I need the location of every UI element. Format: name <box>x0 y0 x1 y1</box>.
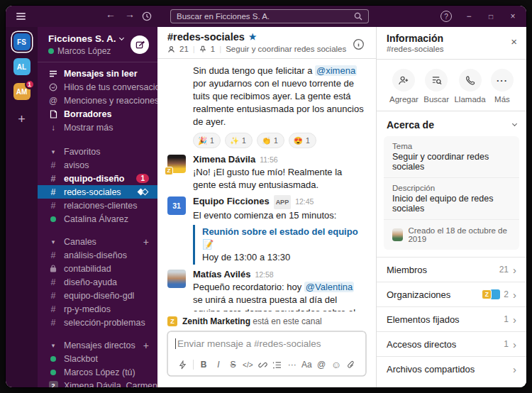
author-name[interactable]: Equipo Ficciones <box>193 195 270 208</box>
member-count[interactable]: 21 <box>179 45 189 53</box>
menu-icon[interactable] <box>16 13 26 21</box>
channel-seleccion-problemas[interactable]: # selección-problemas <box>38 316 157 329</box>
channel-rp-y-medios[interactable]: # rp-y-medios <box>38 302 157 316</box>
more-formatting-button[interactable]: ··· <box>284 359 299 370</box>
dm-marcos-lopez[interactable]: Marcos López (tú) <box>38 365 157 379</box>
section-header-favoritos[interactable]: ▾ Favoritos <box>38 145 157 158</box>
main-content: #redes-sociales ★ 21 | 1 | Seguir y coor… <box>157 27 376 387</box>
reaction-heart-eyes[interactable]: 😍1 <box>289 133 316 148</box>
about-section-toggle[interactable]: Acerca de <box>377 111 526 136</box>
person-add-icon <box>392 69 415 92</box>
workspace-switcher-am[interactable]: AM 1 <box>13 83 31 100</box>
add-people-button[interactable]: Agregar <box>389 69 419 104</box>
search-in-channel-button[interactable]: Buscar <box>423 69 449 104</box>
pin-count[interactable]: 1 <box>211 45 215 53</box>
channel-redes-sociales[interactable]: # redes-sociales <box>38 185 157 199</box>
mention-valentina[interactable]: @Valentina <box>304 282 354 292</box>
channel-topic[interactable]: Seguir y coordinar redes sociales <box>226 45 346 53</box>
info-icon[interactable] <box>353 38 365 50</box>
topic-section[interactable]: Tema Seguir y coordinar redes sociales <box>384 136 519 178</box>
section-header-canales[interactable]: ▾ Canales + <box>38 235 157 248</box>
emoji-button[interactable]: ☺ <box>329 359 344 370</box>
channel-analisis-disenos[interactable]: # análisis-diseños <box>38 248 157 262</box>
unreads-icon <box>48 70 58 77</box>
dm-catalina-alvarez[interactable]: Catalina Álvarez <box>38 212 157 226</box>
history-back-button[interactable]: ← <box>104 9 118 20</box>
timestamp[interactable]: 12:58 <box>255 268 273 281</box>
link-button[interactable] <box>255 359 270 370</box>
timestamp[interactable]: 11:56 <box>260 153 278 166</box>
strikethrough-button[interactable]: S <box>226 359 240 370</box>
reaction-sparkles[interactable]: ✨1 <box>225 133 253 148</box>
channel-header: #redes-sociales ★ 21 | 1 | Seguir y coor… <box>157 27 376 59</box>
panel-row-miembros[interactable]: Miembros 21 › <box>377 257 526 282</box>
avatar[interactable]: Z <box>167 155 186 173</box>
message-text: ¡No! ¡El gusto fue mío! Realmente la gen… <box>193 166 366 192</box>
author-name[interactable]: Ximena Dávila <box>193 153 255 166</box>
channel-diseno-ayuda[interactable]: # diseño-ayuda <box>38 275 157 289</box>
channel-equipo-diseno-gdl[interactable]: # equipo-diseño-gdl <box>38 289 157 302</box>
section-header-mensajes-directos[interactable]: ▾ Mensajes directos + <box>38 338 157 352</box>
channel-avisos[interactable]: # avisos <box>38 158 157 172</box>
caret-down-icon: ▾ <box>48 342 58 349</box>
mention-ximena[interactable]: @ximena <box>315 65 357 76</box>
user-presence[interactable]: Marcos López <box>48 46 123 56</box>
code-button[interactable]: </> <box>240 359 255 370</box>
add-channel-button[interactable]: + <box>143 236 149 248</box>
search-input[interactable] <box>177 12 354 21</box>
reaction-tada[interactable]: 🎉1 <box>193 133 221 148</box>
attach-file-button[interactable] <box>343 359 358 370</box>
italic-button[interactable]: I <box>211 359 226 370</box>
add-dm-button[interactable]: + <box>143 340 149 351</box>
dm-slackbot[interactable]: Slackbot <box>38 352 157 365</box>
channel-contabilidad[interactable]: contabilidad <box>38 262 157 275</box>
timestamp[interactable]: 12:45 <box>295 195 314 208</box>
history-clock-icon[interactable] <box>142 11 152 21</box>
workspace-switcher-al[interactable]: AL <box>13 58 31 75</box>
panel-row-elementos-fijados[interactable]: Elementos fijados 1 › <box>377 306 526 331</box>
created-info: Creado el 18 de octubre de 2019 <box>384 220 519 250</box>
composer-toolbar: B I S </> ··· Aa @ ☺ <box>168 355 365 375</box>
bold-button[interactable]: B <box>196 359 211 370</box>
close-button[interactable]: × <box>508 11 518 21</box>
calendar-app-avatar[interactable]: 31 <box>167 196 186 215</box>
minimize-button[interactable]: − <box>464 11 474 21</box>
panel-row-accesos-directos[interactable]: Accesos directos 1 › <box>377 331 526 356</box>
message: Matías Avilés12:58 Pequeño recordatorio:… <box>157 266 376 311</box>
ellipsis-icon: ··· <box>491 69 514 92</box>
event-link[interactable]: Reunión sobre el estado del equipo 📝 <box>202 226 358 250</box>
shortcuts-icon[interactable] <box>175 359 190 370</box>
channel-relaciones-clientes[interactable]: # relaciones-clientes <box>38 199 157 212</box>
close-panel-icon[interactable]: × <box>511 35 517 48</box>
sidebar-item-drafts[interactable]: Borradores <box>38 107 157 121</box>
reaction-clap[interactable]: 👏1 <box>257 133 284 148</box>
maximize-button[interactable]: □ <box>486 13 496 21</box>
history-forward-button[interactable]: → <box>123 9 137 20</box>
workspace-menu[interactable]: Ficciones S. A. <box>48 33 123 44</box>
section-mensajes-directos: ▾ Mensajes directos + Slackbot Marcos Ló… <box>38 338 157 387</box>
sidebar-item-threads[interactable]: Hilos de tus conversaciones <box>38 80 157 94</box>
starred-icon[interactable]: ★ <box>249 32 257 42</box>
channel-equipo-diseno[interactable]: # equipo-diseño 1 <box>38 172 157 185</box>
mention-button[interactable]: @ <box>314 359 329 370</box>
author-name[interactable]: Matías Avilés <box>193 268 250 281</box>
more-actions-button[interactable]: ··· Más <box>491 69 514 104</box>
text-format-toggle[interactable]: Aa <box>299 359 314 370</box>
panel-row-archivos-compartidos[interactable]: Archivos compartidos › <box>377 356 526 381</box>
panel-row-organizaciones[interactable]: Organizaciones Z 2 › <box>377 282 526 306</box>
sidebar-item-mentions[interactable]: @ Menciones y reacciones <box>38 94 157 107</box>
help-icon[interactable]: ? <box>440 11 452 22</box>
sidebar-item-show-more[interactable]: ↓ Mostrar más <box>38 121 157 134</box>
sidebar-item-unreads[interactable]: Mensajes sin leer <box>38 67 157 80</box>
dm-group-ximena-carmen[interactable]: 2 Ximena Dávila, Carmen ... <box>38 379 157 387</box>
arrow-down-icon: ↓ <box>48 123 58 133</box>
compose-button[interactable] <box>131 35 149 54</box>
avatar[interactable] <box>167 270 186 288</box>
add-workspace-button[interactable]: + <box>18 112 26 127</box>
search-bar[interactable] <box>170 9 369 23</box>
call-button[interactable]: Llamada <box>454 69 485 104</box>
ordered-list-button[interactable] <box>270 359 285 370</box>
message-composer[interactable]: Enviar mensaje a #redes-sociales B I S <… <box>167 331 366 376</box>
workspace-switcher-ficciones[interactable]: FS <box>13 33 31 50</box>
description-section[interactable]: Descripción Inicio del equipo de redes s… <box>384 178 519 220</box>
